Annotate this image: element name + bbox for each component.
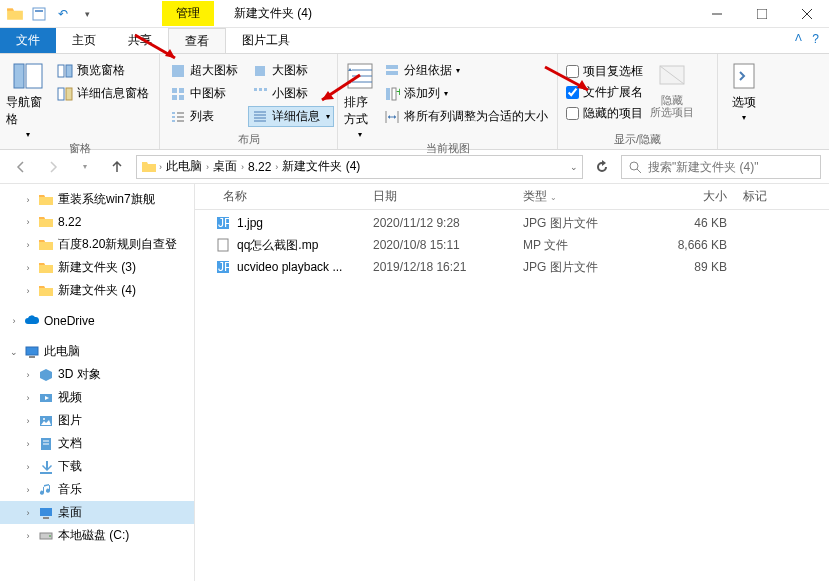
maximize-button[interactable] [739, 0, 784, 28]
svg-rect-58 [43, 517, 49, 519]
tree-item[interactable]: ›本地磁盘 (C:) [0, 524, 194, 547]
col-size[interactable]: 大小 [645, 188, 735, 205]
file-row[interactable]: qq怎么截图.mp 2020/10/8 15:11 MP 文件 8,666 KB [195, 234, 829, 256]
tab-picture-tools[interactable]: 图片工具 [226, 28, 306, 53]
layout-small-icons[interactable]: 小图标 [248, 83, 334, 104]
tree-item[interactable]: ›视频 [0, 386, 194, 409]
search-box[interactable] [621, 155, 821, 179]
options-button[interactable]: 选项 ▾ [724, 56, 764, 122]
svg-line-47 [637, 169, 641, 173]
fitcols-button[interactable]: 将所有列调整为合适的大小 [380, 106, 552, 127]
column-headers[interactable]: 名称 日期 类型 ⌄ 大小 标记 [195, 184, 829, 210]
tree-onedrive[interactable]: › OneDrive [0, 310, 194, 332]
preview-pane-button[interactable]: 预览窗格 [53, 60, 153, 81]
ribbon-collapse-icon[interactable]: ᐱ [795, 32, 802, 46]
tab-view[interactable]: 查看 [168, 28, 226, 53]
col-type[interactable]: 类型 ⌄ [515, 188, 645, 205]
details-pane-button[interactable]: 详细信息窗格 [53, 83, 153, 104]
svg-rect-36 [386, 71, 398, 75]
group-label-showhide: 显示/隐藏 [564, 130, 711, 149]
layout-xl-icons[interactable]: 超大图标 [166, 60, 242, 81]
group-label-layout: 布局 [166, 130, 331, 149]
svg-rect-15 [179, 88, 184, 93]
tree-item[interactable]: ›3D 对象 [0, 363, 194, 386]
col-name[interactable]: 名称 [195, 188, 365, 205]
svg-rect-16 [172, 95, 177, 100]
breadcrumb-item[interactable]: 8.22 [246, 160, 273, 174]
ribbon-tabs: 文件 主页 共享 查看 图片工具 ᐱ ? [0, 28, 829, 54]
pc-icon [24, 344, 40, 360]
nav-pane-button[interactable]: 导航窗格 ▾ [6, 56, 49, 139]
nav-back-button[interactable] [8, 154, 34, 180]
address-bar: ▾ › 此电脑› 桌面› 8.22› 新建文件夹 (4) ⌄ [0, 150, 829, 184]
tree-item[interactable]: ›8.22 [0, 211, 194, 233]
addcol-button[interactable]: +添加列 ▾ [380, 83, 552, 104]
svg-rect-21 [172, 112, 175, 114]
tree-thispc[interactable]: ⌄ 此电脑 [0, 340, 194, 363]
tree-item[interactable]: ›重装系统win7旗舰 [0, 188, 194, 211]
svg-rect-17 [179, 95, 184, 100]
layout-list[interactable]: 列表 [166, 106, 242, 127]
nav-tree[interactable]: ›重装系统win7旗舰›8.22›百度8.20新规则自查登›新建文件夹 (3)›… [0, 184, 195, 581]
chk-hidden-items[interactable]: 隐藏的项目 [564, 104, 645, 123]
svg-rect-11 [66, 88, 72, 100]
hide-selected-button[interactable]: 隐藏所选项目 [649, 56, 695, 118]
breadcrumb-item[interactable]: 此电脑 [164, 158, 204, 175]
qat-undo-icon[interactable]: ↶ [54, 5, 72, 23]
tree-item[interactable]: ›文档 [0, 432, 194, 455]
qat-dropdown-icon[interactable]: ▾ [78, 5, 96, 23]
tab-home[interactable]: 主页 [56, 28, 112, 53]
cloud-icon [24, 313, 40, 329]
nav-forward-button[interactable] [40, 154, 66, 180]
file-row[interactable]: JPGucvideo playback ... 2019/12/18 16:21… [195, 256, 829, 278]
refresh-button[interactable] [589, 154, 615, 180]
tab-file[interactable]: 文件 [0, 28, 56, 53]
svg-rect-14 [172, 88, 177, 93]
tree-item[interactable]: ›新建文件夹 (3) [0, 256, 194, 279]
breadcrumb[interactable]: › 此电脑› 桌面› 8.22› 新建文件夹 (4) ⌄ [136, 155, 583, 179]
svg-rect-7 [26, 64, 42, 88]
breadcrumb-item[interactable]: 新建文件夹 (4) [280, 158, 362, 175]
close-button[interactable] [784, 0, 829, 28]
svg-rect-1 [35, 10, 43, 12]
minimize-button[interactable] [694, 0, 739, 28]
svg-text:+: + [396, 86, 400, 99]
svg-rect-25 [172, 120, 175, 122]
svg-rect-6 [14, 64, 24, 88]
qat-properties-icon[interactable] [30, 5, 48, 23]
svg-rect-3 [757, 9, 767, 19]
search-input[interactable] [648, 160, 814, 174]
col-tag[interactable]: 标记 [735, 188, 815, 205]
layout-medium-icons[interactable]: 中图标 [166, 83, 242, 104]
tree-item[interactable]: ›百度8.20新规则自查登 [0, 233, 194, 256]
breadcrumb-dropdown-icon[interactable]: ⌄ [570, 162, 578, 172]
tree-item[interactable]: ›下载 [0, 455, 194, 478]
svg-rect-49 [29, 356, 35, 358]
tree-item[interactable]: ›桌面 [0, 501, 194, 524]
tree-item[interactable]: ›图片 [0, 409, 194, 432]
chk-file-extensions[interactable]: 文件扩展名 [564, 83, 645, 102]
tree-item[interactable]: ›音乐 [0, 478, 194, 501]
tab-share[interactable]: 共享 [112, 28, 168, 53]
svg-rect-63 [218, 239, 228, 251]
help-icon[interactable]: ? [812, 32, 819, 46]
svg-point-60 [49, 535, 51, 537]
manage-tab[interactable]: 管理 [162, 1, 214, 26]
svg-text:JPG: JPG [218, 260, 231, 274]
groupby-button[interactable]: 分组依据 ▾ [380, 60, 552, 81]
layout-large-icons[interactable]: 大图标 [248, 60, 334, 81]
file-row[interactable]: JPG1.jpg 2020/11/12 9:28 JPG 图片文件 46 KB [195, 212, 829, 234]
col-date[interactable]: 日期 [365, 188, 515, 205]
folder-icon [141, 159, 157, 175]
nav-recent-button[interactable]: ▾ [72, 154, 98, 180]
svg-rect-37 [386, 88, 390, 100]
chk-item-checkboxes[interactable]: 项目复选框 [564, 62, 645, 81]
svg-rect-18 [254, 88, 257, 91]
breadcrumb-item[interactable]: 桌面 [211, 158, 239, 175]
svg-rect-19 [259, 88, 262, 91]
svg-rect-35 [386, 65, 398, 69]
sort-button[interactable]: 排序方式 ▾ [344, 56, 376, 139]
tree-item[interactable]: ›新建文件夹 (4) [0, 279, 194, 302]
layout-details[interactable]: 详细信息▾ [248, 106, 334, 127]
nav-up-button[interactable] [104, 154, 130, 180]
